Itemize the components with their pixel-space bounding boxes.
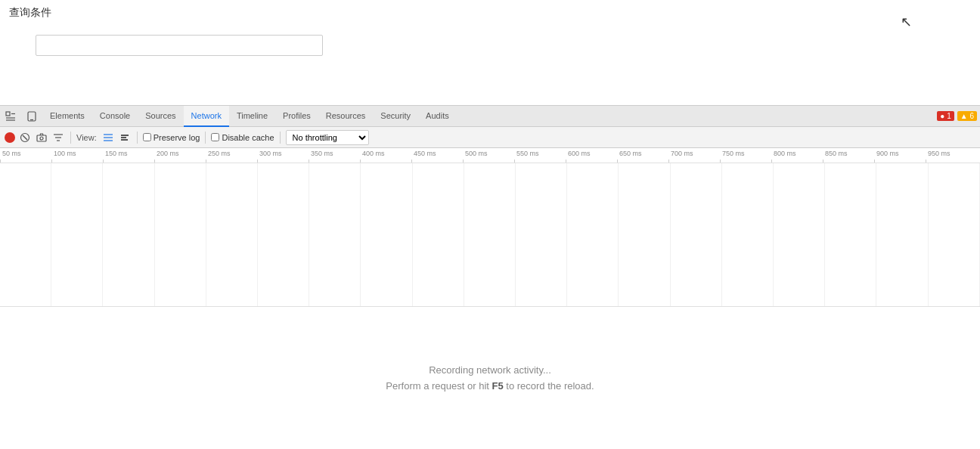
ruler-label: 250 ms xyxy=(206,148,231,159)
svg-rect-18 xyxy=(121,139,128,141)
timeline-view-button[interactable] xyxy=(118,131,132,144)
ruler-label: 350 ms xyxy=(309,148,333,159)
ruler-label: 850 ms xyxy=(823,148,848,159)
grid-column xyxy=(567,163,619,306)
tab-resources[interactable]: Resources xyxy=(318,106,374,127)
page-title: 查询条件 xyxy=(9,6,971,20)
grid-column xyxy=(309,163,361,306)
ruler-label: 500 ms xyxy=(463,148,488,159)
separator-2 xyxy=(137,132,138,144)
warning-badge[interactable]: ▲ 6 xyxy=(957,111,977,121)
camera-button[interactable] xyxy=(35,131,48,144)
grid-column xyxy=(206,163,258,306)
grid-column xyxy=(722,163,774,306)
error-badge[interactable]: ● 1 xyxy=(937,111,954,121)
grid-column xyxy=(51,163,103,306)
grid-column xyxy=(103,163,154,306)
svg-rect-16 xyxy=(121,135,129,136)
svg-point-9 xyxy=(40,137,43,140)
tab-timeline[interactable]: Timeline xyxy=(229,106,275,127)
grid-column xyxy=(516,163,567,306)
tab-right-area: ● 1 ▲ 6 xyxy=(937,111,980,121)
ruler-label: 750 ms xyxy=(720,148,745,159)
tab-console[interactable]: Console xyxy=(92,106,138,127)
inspect-icon[interactable] xyxy=(0,106,21,127)
ruler-label: 300 ms xyxy=(257,148,282,159)
ruler-label: 50 ms xyxy=(0,148,21,159)
separator-4 xyxy=(280,132,281,144)
recording-text: Recording network activity... xyxy=(429,364,551,376)
ruler-label: 800 ms xyxy=(771,148,796,159)
ruler-label: 650 ms xyxy=(617,148,642,159)
ruler-label: 400 ms xyxy=(360,148,385,159)
grid-column xyxy=(774,163,825,306)
timeline-grid xyxy=(0,163,980,307)
grid-column xyxy=(361,163,412,306)
tab-security[interactable]: Security xyxy=(373,106,418,127)
disable-cache-label[interactable]: Disable cache xyxy=(211,133,274,142)
ruler-label: 900 ms xyxy=(874,148,899,159)
mobile-icon[interactable] xyxy=(21,106,42,127)
tab-audits[interactable]: Audits xyxy=(418,106,457,127)
grid-column xyxy=(413,163,464,306)
svg-rect-17 xyxy=(121,137,126,138)
ruler-label: 100 ms xyxy=(51,148,76,159)
grid-column xyxy=(876,163,928,306)
timeline-ruler: 50 ms100 ms150 ms200 ms250 ms300 ms350 m… xyxy=(0,148,980,163)
ruler-label: 950 ms xyxy=(926,148,951,159)
disable-cache-checkbox[interactable] xyxy=(211,133,219,141)
record-button[interactable] xyxy=(5,132,15,143)
list-view-button[interactable] xyxy=(101,131,115,144)
tab-network[interactable]: Network xyxy=(184,106,229,127)
ruler-label: 200 ms xyxy=(154,148,179,159)
ruler-label: 600 ms xyxy=(566,148,591,159)
ruler-label: 700 ms xyxy=(668,148,693,159)
svg-line-7 xyxy=(23,135,27,140)
view-label: View: xyxy=(76,133,97,142)
devtools-panel: Elements Console Sources Network Timelin… xyxy=(0,106,980,449)
network-toolbar: View: Preserve log Di xyxy=(0,127,980,148)
page-content: 查询条件 xyxy=(0,0,980,106)
ruler-label: 550 ms xyxy=(514,148,539,159)
network-main-area: Recording network activity... Perform a … xyxy=(0,307,980,450)
filter-button[interactable] xyxy=(51,131,65,144)
grid-column xyxy=(464,163,516,306)
separator-3 xyxy=(205,132,206,144)
devtools-tab-bar: Elements Console Sources Network Timelin… xyxy=(0,106,980,127)
grid-column xyxy=(619,163,670,306)
tab-sources[interactable]: Sources xyxy=(138,106,183,127)
grid-column xyxy=(929,163,980,306)
preserve-log-checkbox[interactable] xyxy=(143,133,151,141)
throttling-select[interactable]: No throttling Offline Slow 3G Fast 3G xyxy=(286,130,369,145)
tab-elements[interactable]: Elements xyxy=(42,106,92,127)
grid-column xyxy=(155,163,206,306)
search-input[interactable] xyxy=(36,35,323,56)
svg-rect-8 xyxy=(37,135,46,141)
recording-hint: Perform a request or hit F5 to record th… xyxy=(386,380,594,392)
stop-recording-button[interactable] xyxy=(18,131,32,144)
ruler-label: 150 ms xyxy=(103,148,128,159)
ruler-label: 450 ms xyxy=(411,148,436,159)
grid-column xyxy=(0,163,51,306)
grid-column xyxy=(825,163,876,306)
separator-1 xyxy=(70,132,71,144)
grid-column xyxy=(258,163,309,306)
preserve-log-label[interactable]: Preserve log xyxy=(143,133,200,142)
svg-rect-0 xyxy=(6,112,10,116)
grid-column xyxy=(671,163,722,306)
tab-profiles[interactable]: Profiles xyxy=(275,106,318,127)
